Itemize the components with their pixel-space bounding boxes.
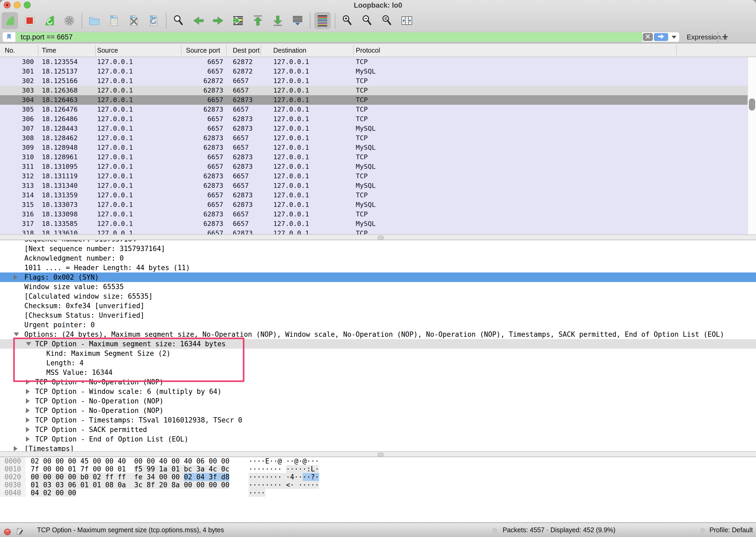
find-packet-button[interactable]: [170, 12, 187, 29]
detail-row[interactable]: Urgent pointer: 0: [0, 320, 756, 330]
save-file-button[interactable]: 010100110101110: [106, 12, 122, 29]
packet-row[interactable]: 30718.128443127.0.0.1665762873127.0.0.1M…: [0, 124, 747, 133]
ascii-bytes[interactable]: ········ ·4····?·: [249, 473, 319, 481]
expert-info-button[interactable]: [4, 526, 11, 534]
filter-history-dropdown[interactable]: [669, 32, 679, 42]
detail-row[interactable]: TCP Option - No-Operation (NOP): [0, 406, 756, 415]
expand-arrow-icon[interactable]: [14, 446, 18, 451]
detail-row[interactable]: Acknowledgment number: 0: [0, 253, 756, 263]
restart-capture-button[interactable]: [41, 12, 58, 29]
add-filter-button[interactable]: +: [722, 31, 728, 43]
detail-row[interactable]: TCP Option - SACK permitted: [0, 425, 756, 434]
go-first-button[interactable]: [250, 12, 266, 29]
detail-row[interactable]: TCP Option - Timestamps: TSval 101601293…: [0, 415, 756, 425]
collapse-arrow-icon[interactable]: [14, 333, 19, 336]
column-header-dest-port[interactable]: Dest port: [233, 43, 259, 57]
column-separator[interactable]: [38, 45, 38, 56]
packet-row[interactable]: 30018.123554127.0.0.1665762872127.0.0.1T…: [0, 57, 747, 67]
go-forward-button[interactable]: [210, 12, 226, 29]
packet-list-scrollbar[interactable]: [747, 57, 756, 234]
hex-bytes[interactable]: 02 00 00 00 45 00 00 40 00 00 40 00 40 0…: [31, 457, 229, 465]
packet-row[interactable]: 31418.131359127.0.0.1665762873127.0.0.1T…: [0, 190, 747, 200]
hex-bytes[interactable]: 7f 00 00 01 7f 00 00 01 f5 99 1a 01 bc 3…: [31, 465, 229, 473]
packet-row[interactable]: 31018.128961127.0.0.1665762873127.0.0.1T…: [0, 152, 747, 162]
ascii-bytes[interactable]: ····E··@ ··@·@···: [249, 457, 319, 465]
detail-row[interactable]: Window size value: 65535: [0, 282, 756, 292]
hex-row[interactable]: 002000 00 00 00 b0 02 ff ff fe 34 00 00 …: [0, 473, 756, 481]
splitter-handle[interactable]: [378, 453, 384, 457]
detail-row[interactable]: Flags: 0x002 (SYN): [0, 272, 756, 282]
packet-row[interactable]: 30618.126486127.0.0.1665762873127.0.0.1T…: [0, 114, 747, 124]
colorize-button[interactable]: [314, 12, 331, 29]
packet-row[interactable]: 30418.126463127.0.0.1665762873127.0.0.1T…: [0, 95, 747, 105]
packet-row[interactable]: 30318.126368127.0.0.1628736657127.0.0.1T…: [0, 86, 747, 95]
column-separator[interactable]: [676, 45, 677, 56]
packet-row[interactable]: 31118.131095127.0.0.1665762873127.0.0.1M…: [0, 162, 747, 171]
expression-button[interactable]: Expression…: [687, 31, 728, 43]
column-header-source-port[interactable]: Source port: [186, 43, 220, 57]
resize-columns-button[interactable]: [399, 12, 415, 29]
hex-row[interactable]: 000002 00 00 00 45 00 00 40 00 00 40 00 …: [0, 457, 756, 465]
expand-arrow-icon[interactable]: [26, 417, 30, 423]
packet-row[interactable]: 31318.131340127.0.0.1628736657127.0.0.1M…: [0, 181, 747, 190]
packet-row[interactable]: 31518.133073127.0.0.1665762873127.0.0.1M…: [0, 200, 747, 210]
splitter-list-details[interactable]: [0, 234, 756, 240]
column-separator[interactable]: [181, 45, 181, 56]
zoom-out-button[interactable]: [359, 12, 375, 29]
packet-row[interactable]: 31718.133585127.0.0.1628736657127.0.0.1M…: [0, 219, 747, 228]
detail-row[interactable]: Length: 4: [0, 358, 756, 368]
profile-button[interactable]: Profile: Default: [709, 523, 753, 537]
ascii-bytes[interactable]: ····: [249, 489, 265, 497]
packet-row[interactable]: 30218.125166127.0.0.1628726657127.0.0.1T…: [0, 76, 747, 86]
packet-row[interactable]: 31618.133098127.0.0.1628736657127.0.0.1T…: [0, 210, 747, 219]
open-file-button[interactable]: [86, 12, 102, 29]
column-header-source[interactable]: Source: [97, 43, 118, 57]
column-separator[interactable]: [95, 45, 96, 56]
column-header-time[interactable]: Time: [42, 43, 56, 57]
column-header-protocol[interactable]: Protocol: [356, 43, 380, 57]
detail-row[interactable]: TCP Option - End of Option List (EOL): [0, 434, 756, 444]
detail-row[interactable]: TCP Option - No-Operation (NOP): [0, 377, 756, 387]
detail-row[interactable]: Sequence number: 3157937164: [0, 240, 756, 244]
detail-row[interactable]: TCP Option - Window scale: 6 (multiply b…: [0, 387, 756, 396]
column-separator[interactable]: [260, 45, 261, 56]
expand-arrow-icon[interactable]: [26, 379, 30, 385]
expand-arrow-icon[interactable]: [26, 427, 30, 432]
packet-row[interactable]: 30918.128948127.0.0.1628736657127.0.0.1M…: [0, 143, 747, 152]
packet-row[interactable]: 30818.128462127.0.0.1628736657127.0.0.1T…: [0, 133, 747, 143]
column-separator[interactable]: [226, 45, 227, 56]
packet-row[interactable]: 30518.126476127.0.0.1628736657127.0.0.1T…: [0, 105, 747, 114]
splitter-details-bytes[interactable]: [0, 451, 756, 457]
clear-filter-button[interactable]: [643, 33, 653, 41]
detail-row[interactable]: [Timestamps]: [0, 444, 756, 451]
packet-row[interactable]: 31218.131119127.0.0.1628736657127.0.0.1T…: [0, 171, 747, 181]
column-header-no-[interactable]: No.: [5, 43, 15, 57]
go-back-button[interactable]: [190, 12, 207, 29]
hex-bytes[interactable]: 01 03 03 06 01 01 08 0a 3c 8f 20 8a 00 0…: [31, 481, 229, 489]
detail-row[interactable]: Checksum: 0xfe34 [unverified]: [0, 301, 756, 310]
expand-arrow-icon[interactable]: [14, 274, 18, 280]
hex-row[interactable]: 003001 03 03 06 01 01 08 0a 3c 8f 20 8a …: [0, 481, 756, 489]
detail-row[interactable]: [Next sequence number: 3157937164]: [0, 244, 756, 253]
detail-row[interactable]: MSS Value: 16344: [0, 368, 756, 377]
reload-file-button[interactable]: 010100110101110: [145, 12, 162, 29]
column-header-destination[interactable]: Destination: [273, 43, 306, 57]
hex-row[interactable]: 00107f 00 00 01 7f 00 00 01 f5 99 1a 01 …: [0, 465, 756, 473]
expand-arrow-icon[interactable]: [26, 389, 30, 394]
zoom-100-button[interactable]: [379, 12, 395, 29]
expand-arrow-icon[interactable]: [26, 398, 30, 404]
detail-row[interactable]: [Checksum Status: Unverified]: [0, 310, 756, 320]
detail-row[interactable]: Kind: Maximum Segment Size (2): [0, 349, 756, 358]
go-last-button[interactable]: [269, 12, 286, 29]
go-to-packet-button[interactable]: [230, 12, 246, 29]
scrollbar-thumb[interactable]: [749, 99, 755, 110]
detail-row[interactable]: Options: (24 bytes), Maximum segment siz…: [0, 330, 756, 339]
start-capture-button[interactable]: [2, 12, 18, 29]
detail-row[interactable]: [Calculated window size: 65535]: [0, 292, 756, 301]
hex-row[interactable]: 004004 02 00 00····: [0, 489, 756, 497]
filter-input[interactable]: tcp.port == 6657: [16, 32, 642, 42]
expand-arrow-icon[interactable]: [26, 408, 30, 413]
stop-capture-button[interactable]: [21, 12, 38, 29]
column-separator[interactable]: [353, 45, 354, 56]
auto-scroll-button[interactable]: [289, 12, 306, 29]
